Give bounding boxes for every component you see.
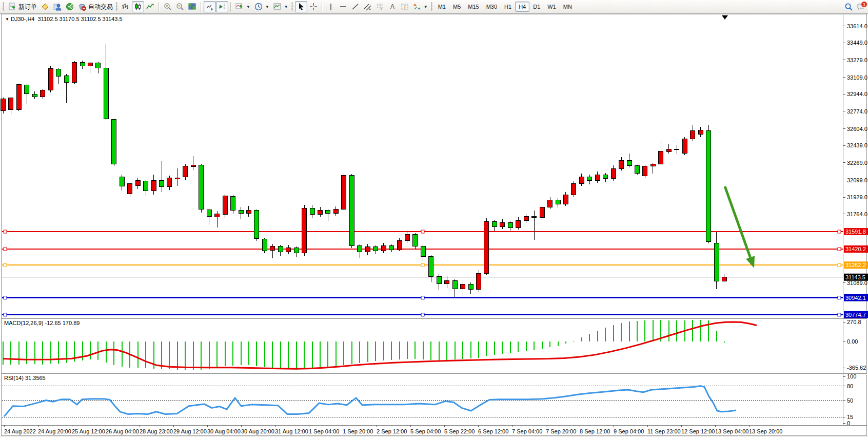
candle-body (151, 181, 156, 191)
mt4-terminal: { "toolbar": { "new_order_label": "新订单",… (0, 0, 868, 437)
candle-body (64, 76, 69, 83)
candle-body (650, 164, 655, 166)
templates-button[interactable]: ▼ (271, 1, 290, 12)
arrow-shapes-icon (413, 3, 421, 11)
price-line-badge-label: 31591.8 (845, 229, 866, 235)
zoom-out-button[interactable] (174, 1, 186, 12)
vertical-line-tool[interactable] (325, 1, 337, 12)
rsi-scale-label: 100 (847, 373, 856, 379)
line-handle[interactable] (421, 296, 424, 299)
candle-body (231, 196, 235, 211)
line-handle[interactable] (4, 248, 7, 251)
candle-body (286, 248, 291, 252)
time-tick-label: 1 Sep 20:00 (343, 428, 373, 434)
line-handle[interactable] (838, 296, 841, 299)
search-button[interactable] (842, 1, 855, 12)
candle-body (333, 209, 338, 213)
timeframe-H1[interactable]: H1 (501, 2, 515, 12)
candle-body (484, 221, 489, 273)
time-tick-label: 28 Aug 23:00 (140, 428, 173, 434)
cursor-button[interactable] (295, 1, 307, 12)
auto-trading-button[interactable]: 自动交易 (76, 1, 115, 12)
line-handle[interactable] (4, 313, 7, 316)
candle-body (318, 210, 323, 214)
line-handle[interactable] (421, 263, 424, 267)
new-order-label: 新订单 (18, 3, 37, 11)
chart-shift-button[interactable] (216, 1, 228, 12)
arrows-tool[interactable]: ▼ (411, 1, 430, 12)
line-handle[interactable] (4, 296, 7, 299)
time-tick-label: 8 Sep 12:00 (580, 428, 610, 434)
candle-body (80, 62, 85, 66)
new-order-button[interactable]: 新订单 (6, 1, 39, 12)
candle-body (120, 177, 124, 186)
timeframe-M30[interactable]: M30 (483, 2, 501, 12)
auto-trading-label: 自动交易 (88, 3, 113, 11)
market-watch-button[interactable] (39, 1, 51, 12)
timeframe-W1[interactable]: W1 (544, 2, 560, 12)
add-indicator-icon (235, 3, 244, 11)
auto-scroll-button[interactable] (204, 1, 216, 12)
timeframe-H4[interactable]: H4 (515, 2, 529, 12)
text-a-icon: A (388, 3, 397, 11)
zoom-in-icon (164, 3, 172, 11)
channel-tool[interactable]: E (362, 1, 374, 12)
timeframe-MN[interactable]: MN (560, 2, 576, 12)
timeframe-M15[interactable]: M15 (464, 2, 482, 12)
macd-values: -12.65 170.89 (45, 320, 80, 326)
tile-windows-button[interactable] (186, 1, 199, 12)
label-tool[interactable]: T (399, 1, 411, 12)
rsi-scale-label: 80 (847, 383, 853, 389)
new-order-icon (8, 3, 16, 11)
candle-body (326, 210, 330, 213)
time-tick-label: 6 Sep 12:00 (478, 428, 508, 434)
time-tick-label: 2 Sep 12:00 (377, 428, 407, 434)
dropdown-arrow-icon: ▼ (424, 5, 428, 9)
line-handle[interactable] (421, 230, 424, 233)
profiles-button[interactable] (51, 1, 64, 12)
candle-body (635, 166, 640, 174)
indicators-button[interactable]: ▼ (233, 1, 252, 12)
line-handle[interactable] (4, 230, 7, 233)
candle-body (413, 235, 418, 246)
dropdown-arrow-icon: ▼ (284, 5, 288, 9)
candle-body (381, 246, 386, 251)
timeframe-D1[interactable]: D1 (529, 2, 544, 12)
line-handle[interactable] (4, 263, 7, 267)
line-handle[interactable] (838, 313, 841, 316)
collapse-triangle-icon[interactable]: ▼ (5, 17, 9, 22)
line-handle[interactable] (838, 248, 841, 251)
bar-chart-button[interactable] (120, 1, 132, 12)
price-line-badge-label: 31143.5 (845, 274, 865, 280)
text-tool[interactable]: A (386, 1, 399, 12)
line-handle[interactable] (838, 230, 841, 233)
fibonacci-tool[interactable]: F (374, 1, 386, 12)
line-handle[interactable] (838, 263, 841, 267)
candle-body (175, 178, 180, 179)
candle-body (294, 248, 299, 253)
candlestick-chart-button[interactable] (132, 1, 144, 12)
broadcast-icon (66, 3, 74, 11)
horizontal-line-tool[interactable] (337, 1, 349, 12)
svg-text:T: T (403, 5, 406, 10)
candle-body (223, 196, 227, 214)
fibonacci-icon: F (376, 3, 384, 11)
trendline-tool[interactable] (349, 1, 362, 12)
timeframe-M5[interactable]: M5 (449, 2, 464, 12)
candle-body (373, 247, 378, 251)
candle-body (215, 214, 220, 217)
zoom-in-button[interactable] (162, 1, 174, 12)
time-tick-label: 1 Sep 04:00 (309, 428, 339, 434)
periods-button[interactable]: ▼ (252, 1, 271, 12)
line-handle[interactable] (421, 313, 424, 316)
crosshair-button[interactable] (307, 1, 320, 12)
line-chart-button[interactable] (144, 1, 156, 12)
signals-button[interactable] (64, 1, 76, 12)
notifications-button[interactable]: 1 (855, 1, 866, 12)
time-tick-label: 25 Aug 12:00 (72, 428, 105, 434)
clock-icon (254, 3, 263, 11)
cursor-arrow-icon (297, 3, 305, 11)
candle-body (595, 175, 600, 181)
candle-body (397, 241, 402, 250)
timeframe-M1[interactable]: M1 (435, 2, 449, 12)
